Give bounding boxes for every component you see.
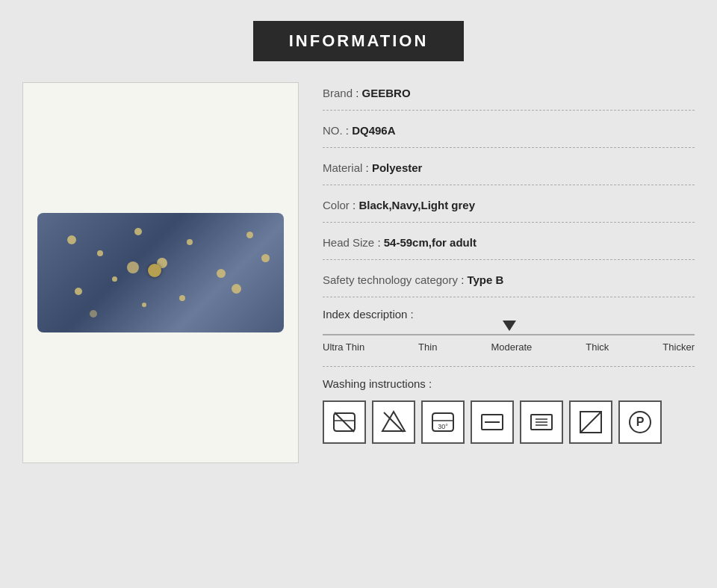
head-size-row: Head Size : 54-59cm,for adult bbox=[323, 223, 695, 260]
thickness-label-1: Thin bbox=[418, 341, 437, 353]
washing-title: Washing instructions : bbox=[323, 377, 695, 390]
head-size-label: Head Size bbox=[323, 236, 374, 249]
flat-dry-icon bbox=[471, 400, 514, 444]
no-wash-icon bbox=[323, 400, 366, 444]
svg-text:P: P bbox=[636, 415, 645, 428]
material-value: Polyester bbox=[372, 161, 423, 174]
svg-line-0 bbox=[335, 412, 354, 432]
washing-icons: 30° bbox=[323, 400, 695, 444]
no-bleach-icon bbox=[372, 400, 415, 444]
thickness-label-4: Thicker bbox=[662, 341, 695, 353]
svg-line-11 bbox=[580, 412, 601, 433]
iron-medium-icon bbox=[520, 400, 563, 444]
thickness-bar-container: Ultra Thin Thin Moderate Thick Thicker bbox=[323, 334, 695, 353]
iron-medium-svg bbox=[528, 409, 555, 436]
thickness-arrow bbox=[503, 321, 516, 331]
thickness-track bbox=[323, 334, 695, 335]
wash-30-icon: 30° bbox=[421, 400, 465, 444]
brand-label: Brand bbox=[323, 87, 353, 99]
no-tumble-svg bbox=[577, 409, 604, 436]
flat-dry-svg bbox=[479, 409, 506, 436]
svg-text:30°: 30° bbox=[438, 423, 448, 430]
color-value: Black,Navy,Light grey bbox=[358, 199, 475, 211]
thickness-label-3: Thick bbox=[586, 341, 609, 353]
page-title: INFORMATION bbox=[253, 21, 465, 61]
no-wash-svg bbox=[331, 409, 358, 436]
color-label: Color bbox=[323, 199, 350, 211]
washing-section: Washing instructions : bbox=[323, 366, 695, 450]
no-separator: : bbox=[346, 124, 352, 137]
no-label: NO. bbox=[323, 124, 343, 137]
safety-row: Safety technology category : Type B bbox=[323, 260, 695, 297]
brand-separator: : bbox=[356, 87, 361, 99]
no-row: NO. : DQ496A bbox=[323, 111, 695, 148]
thickness-labels: Ultra Thin Thin Moderate Thick Thicker bbox=[323, 341, 695, 353]
index-title: Index description : bbox=[323, 308, 695, 321]
color-row: Color : Black,Navy,Light grey bbox=[323, 185, 695, 223]
head-size-value: 54-59cm,for adult bbox=[384, 236, 477, 249]
no-bleach-svg bbox=[380, 409, 407, 436]
dry-clean-p-svg: P bbox=[627, 409, 654, 436]
wash-30-svg: 30° bbox=[429, 409, 456, 436]
thickness-label-0: Ultra Thin bbox=[323, 341, 364, 353]
brand-row: Brand : GEEBRO bbox=[323, 82, 695, 111]
thickness-label-2: Moderate bbox=[491, 341, 532, 353]
no-value: DQ496A bbox=[352, 124, 395, 137]
content-area: Brand : GEEBRO NO. : DQ496A Material : P… bbox=[22, 82, 695, 463]
index-section: Index description : Ultra Thin Thin Mode… bbox=[323, 297, 695, 363]
info-panel: Brand : GEEBRO NO. : DQ496A Material : P… bbox=[323, 82, 695, 450]
material-separator: : bbox=[366, 161, 372, 174]
brand-value: GEEBRO bbox=[362, 87, 411, 99]
product-image-wrapper bbox=[22, 82, 299, 463]
head-size-separator: : bbox=[377, 236, 383, 249]
safety-value: Type B bbox=[467, 273, 503, 286]
material-row: Material : Polyester bbox=[323, 148, 695, 185]
no-tumble-icon bbox=[569, 400, 612, 444]
dry-clean-p-icon: P bbox=[618, 400, 662, 444]
material-label: Material bbox=[323, 161, 362, 174]
safety-label: Safety technology category bbox=[323, 273, 458, 286]
page-header: INFORMATION bbox=[253, 21, 465, 61]
product-image bbox=[37, 213, 284, 332]
